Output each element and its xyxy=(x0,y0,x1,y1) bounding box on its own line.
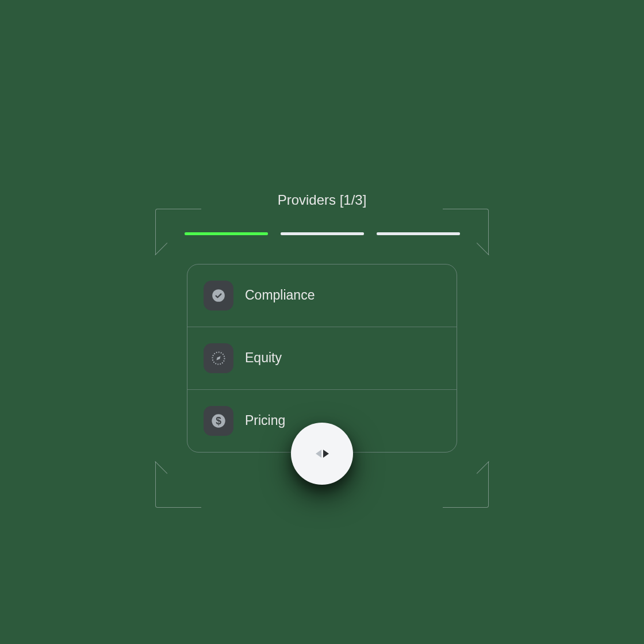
frame-corner-tl xyxy=(155,209,201,255)
item-label: Pricing xyxy=(245,413,285,428)
item-label: Compliance xyxy=(245,288,315,303)
compass-icon xyxy=(204,343,233,373)
list-item-compliance[interactable]: Compliance xyxy=(187,264,457,327)
dollar-icon: $ xyxy=(204,406,233,436)
progress-step-2 xyxy=(281,232,364,235)
progress-step-1 xyxy=(185,232,268,235)
arrow-left-icon xyxy=(316,450,321,458)
progress-step-3 xyxy=(377,232,460,235)
svg-text:$: $ xyxy=(216,415,221,426)
arrow-right-icon xyxy=(323,450,329,458)
item-label: Equity xyxy=(245,350,282,366)
providers-widget: Providers [1/3] Compliance xyxy=(185,192,460,453)
check-icon xyxy=(204,281,233,310)
frame-corner-br xyxy=(443,462,489,508)
frame-corner-tr xyxy=(443,209,489,255)
progress-indicator xyxy=(185,232,460,235)
frame-corner-bl xyxy=(155,462,201,508)
frame-wrapper: Compliance Equity $ xyxy=(187,264,457,453)
navigate-button[interactable] xyxy=(291,423,353,485)
widget-title: Providers [1/3] xyxy=(278,192,367,208)
list-item-equity[interactable]: Equity xyxy=(187,327,457,390)
